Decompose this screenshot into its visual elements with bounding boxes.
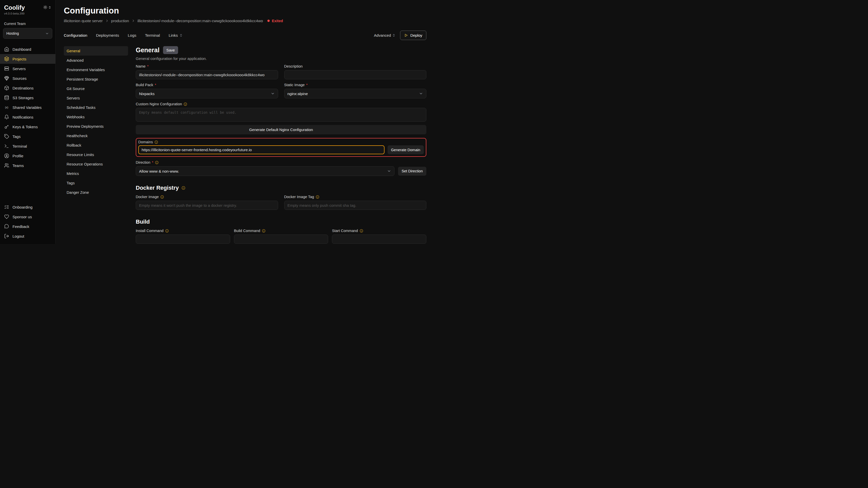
sidebar-item-profile[interactable]: Profile <box>0 151 55 161</box>
breadcrumb-environment[interactable]: production <box>111 19 129 23</box>
sidebar-item-shared-variables[interactable]: (x) Shared Variables <box>0 102 55 112</box>
docker-image-tag-input[interactable] <box>284 201 427 210</box>
info-icon[interactable] <box>181 186 185 190</box>
sidebar-item-destinations[interactable]: Destinations <box>0 83 55 93</box>
sidebar-item-onboarding[interactable]: Onboarding <box>0 202 55 212</box>
box-icon <box>4 86 9 91</box>
save-button[interactable]: Save <box>163 46 178 54</box>
tab-configuration[interactable]: Configuration <box>64 33 87 38</box>
install-command-input[interactable] <box>136 234 230 244</box>
info-icon[interactable] <box>183 102 187 106</box>
key-icon <box>4 124 9 129</box>
sidebar-item-terminal[interactable]: Terminal <box>0 141 55 151</box>
domains-highlighted-section: Domains Generate Domain <box>136 138 426 157</box>
sidebar-item-feedback[interactable]: Feedback <box>0 222 55 231</box>
subnav-scheduled-tasks[interactable]: Scheduled Tasks <box>64 103 128 112</box>
status-dot <box>268 20 270 22</box>
subnav-general[interactable]: General <box>64 46 128 56</box>
subnav-webhooks[interactable]: Webhooks <box>64 112 128 122</box>
subnav-advanced[interactable]: Advanced <box>64 56 128 65</box>
sidebar: Coolify v4.0.0-beta.399 Current Team Hos… <box>0 0 56 244</box>
breadcrumb-project[interactable]: illicitonion quote server <box>64 19 103 23</box>
list-checks-icon <box>4 204 9 209</box>
section-subtitle: General configuration for your applicati… <box>136 56 426 61</box>
info-icon[interactable] <box>154 140 158 144</box>
direction-select[interactable]: Allow www & non-www. <box>136 166 395 176</box>
sidebar-item-servers[interactable]: Servers <box>0 64 55 73</box>
direction-label: Direction <box>136 160 150 164</box>
sidebar-item-keys-tokens[interactable]: Keys & Tokens <box>0 122 55 132</box>
sidebar-item-label: Notifications <box>12 115 33 119</box>
docker-image-label: Docker Image <box>136 195 159 199</box>
theme-switcher[interactable] <box>43 5 51 9</box>
info-icon[interactable] <box>316 195 319 199</box>
page-title: Configuration <box>64 6 426 15</box>
tab-links[interactable]: Links <box>169 33 183 38</box>
name-input[interactable] <box>136 70 278 79</box>
build-pack-value: Nixpacks <box>139 92 155 96</box>
sidebar-item-dashboard[interactable]: Dashboard <box>0 44 55 54</box>
set-direction-button[interactable]: Set Direction <box>398 167 426 176</box>
subnav-preview-deployments[interactable]: Preview Deployments <box>64 122 128 131</box>
subnav-git-source[interactable]: Git Source <box>64 84 128 93</box>
sidebar-item-tags[interactable]: Tags <box>0 132 55 141</box>
build-command-input[interactable] <box>234 234 329 244</box>
chevron-down-icon <box>45 32 49 35</box>
subnav-resource-limits[interactable]: Resource Limits <box>64 150 128 159</box>
generate-domain-button[interactable]: Generate Domain <box>388 145 424 154</box>
subnav-rollback[interactable]: Rollback <box>64 140 128 150</box>
sidebar-item-projects[interactable]: Projects <box>0 54 55 64</box>
required-asterisk: * <box>152 160 153 164</box>
info-icon[interactable] <box>360 229 363 233</box>
chevron-right-icon <box>131 19 135 23</box>
sidebar-item-sponsor-us[interactable]: Sponsor us <box>0 212 55 222</box>
section-title-general: General <box>136 46 159 54</box>
nginx-config-textarea[interactable] <box>136 108 426 122</box>
subnav-servers[interactable]: Servers <box>64 93 128 103</box>
sidebar-item-sources[interactable]: Sources <box>0 73 55 83</box>
direction-value: Allow www & non-www. <box>139 169 179 173</box>
sidebar-item-logout[interactable]: Logout <box>0 231 55 241</box>
subnav-tags[interactable]: Tags <box>64 178 128 188</box>
sidebar-item-notifications[interactable]: Notifications <box>0 112 55 122</box>
breadcrumb: illicitonion quote server production ill… <box>64 19 426 23</box>
sidebar-item-label: Profile <box>12 154 24 158</box>
info-icon[interactable] <box>155 161 159 164</box>
domains-input[interactable] <box>138 145 384 154</box>
deploy-button[interactable]: Deploy <box>400 31 426 40</box>
sidebar-item-label: Teams <box>12 163 24 168</box>
docker-image-input[interactable] <box>136 201 278 210</box>
chevron-down-icon <box>179 34 183 37</box>
status-badge: Exited <box>272 19 283 23</box>
subnav-danger-zone[interactable]: Danger Zone <box>64 188 128 197</box>
sidebar-item-s3-storages[interactable]: S3 Storages <box>0 93 55 102</box>
info-icon[interactable] <box>262 229 266 233</box>
static-image-select[interactable]: nginx:alpine <box>284 89 427 98</box>
info-icon[interactable] <box>165 229 169 233</box>
start-command-input[interactable] <box>332 234 426 244</box>
breadcrumb-application[interactable]: illicitestonion/-module--decomposition:m… <box>137 19 263 23</box>
sidebar-item-teams[interactable]: Teams <box>0 161 55 170</box>
generate-nginx-config-button[interactable]: Generate Default Nginx Configuration <box>136 125 426 134</box>
install-command-label: Install Command <box>136 229 163 233</box>
subnav-metrics[interactable]: Metrics <box>64 169 128 178</box>
subnav-healthcheck[interactable]: Healthcheck <box>64 131 128 140</box>
description-input[interactable] <box>284 70 427 79</box>
info-icon[interactable] <box>160 195 164 199</box>
tab-deployments[interactable]: Deployments <box>96 33 119 38</box>
build-pack-select[interactable]: Nixpacks <box>136 89 278 98</box>
required-asterisk: * <box>306 83 308 87</box>
team-select[interactable]: Hosting <box>3 28 52 39</box>
subnav-environment-variables[interactable]: Environment Variables <box>64 65 128 74</box>
advanced-label: Advanced <box>374 33 391 37</box>
subnav-persistent-storage[interactable]: Persistent Storage <box>64 74 128 84</box>
description-label: Description <box>284 64 303 68</box>
advanced-menu[interactable]: Advanced <box>374 33 396 37</box>
chevron-down-icon <box>419 92 423 96</box>
variable-icon: (x) <box>4 105 9 110</box>
sidebar-item-label: Servers <box>12 67 26 71</box>
subnav-resource-operations[interactable]: Resource Operations <box>64 159 128 169</box>
tab-terminal[interactable]: Terminal <box>145 33 160 38</box>
tab-logs[interactable]: Logs <box>128 33 136 38</box>
sidebar-item-label: Tags <box>12 134 21 139</box>
